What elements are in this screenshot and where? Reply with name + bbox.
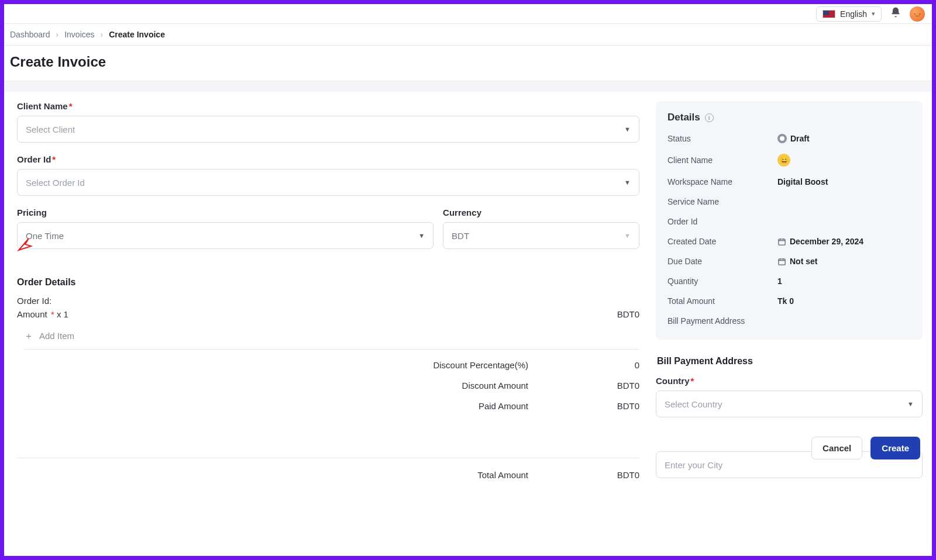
service-name-label: Service Name bbox=[667, 197, 777, 206]
workspace-name-label: Workspace Name bbox=[667, 177, 777, 186]
language-label: English bbox=[840, 9, 867, 19]
status-dot-icon bbox=[777, 134, 787, 143]
quantity-label: Quantity bbox=[667, 276, 777, 286]
details-bill-addr-label: Bill Payment Address bbox=[667, 316, 777, 326]
discount-amount-label: Discount Amount bbox=[411, 381, 528, 390]
amount-line-total: BDT0 bbox=[617, 309, 639, 319]
svg-rect-0 bbox=[779, 239, 785, 245]
add-item-button[interactable]: ＋ Add Item bbox=[24, 327, 639, 350]
details-heading: Details bbox=[667, 112, 700, 123]
bell-icon[interactable] bbox=[890, 6, 901, 21]
info-icon[interactable] bbox=[705, 113, 714, 122]
breadcrumb-current: Create Invoice bbox=[109, 30, 165, 39]
flag-us-icon bbox=[823, 10, 835, 18]
due-date-value: Not set bbox=[790, 257, 817, 266]
status-value: Draft bbox=[790, 134, 810, 143]
amount-line: Amount * x 1 bbox=[17, 309, 68, 319]
quantity-value: 1 bbox=[777, 276, 782, 286]
top-bar: English ▾ bbox=[4, 4, 932, 24]
order-details-heading: Order Details bbox=[17, 277, 639, 288]
status-label: Status bbox=[667, 134, 777, 143]
chevron-down-icon: ▼ bbox=[418, 232, 425, 239]
svg-rect-1 bbox=[779, 259, 785, 265]
details-order-id-label: Order Id bbox=[667, 217, 777, 226]
country-select[interactable]: Select Country ▼ bbox=[656, 390, 923, 417]
currency-value: BDT bbox=[452, 231, 469, 241]
order-id-select[interactable]: Select Order Id ▼ bbox=[17, 169, 639, 196]
chevron-down-icon: ▼ bbox=[624, 126, 631, 133]
discount-pct-label: Discount Percentage(%) bbox=[411, 360, 528, 370]
calendar-icon bbox=[777, 257, 786, 266]
client-name-placeholder: Select Client bbox=[26, 125, 75, 134]
order-id-label: Order Id* bbox=[17, 154, 639, 164]
country-placeholder: Select Country bbox=[665, 399, 722, 409]
details-card: Details Status Draft Client Name 😄 bbox=[656, 101, 923, 340]
bill-payment-address-heading: Bill Payment Address bbox=[657, 356, 923, 367]
client-name-label: Client Name* bbox=[17, 101, 639, 111]
create-button[interactable]: Create bbox=[870, 437, 920, 459]
breadcrumb: Dashboard › Invoices › Create Invoice bbox=[4, 24, 932, 46]
chevron-down-icon: ▼ bbox=[624, 232, 631, 239]
pricing-select[interactable]: One Time ▼ bbox=[17, 222, 433, 249]
discount-amount-value: BDT0 bbox=[593, 381, 639, 390]
paid-amount-value: BDT0 bbox=[593, 401, 639, 411]
client-name-select[interactable]: Select Client ▼ bbox=[17, 116, 639, 143]
title-gap bbox=[4, 81, 932, 92]
country-label: Country* bbox=[656, 376, 923, 386]
due-date-label: Due Date bbox=[667, 257, 777, 266]
pricing-value: One Time bbox=[26, 231, 64, 241]
language-select[interactable]: English ▾ bbox=[816, 6, 882, 22]
total-amount-value: BDT0 bbox=[593, 470, 639, 480]
workspace-name-value: Digital Boost bbox=[777, 177, 828, 186]
order-id-placeholder: Select Order Id bbox=[26, 178, 85, 188]
pricing-label: Pricing bbox=[17, 208, 433, 217]
avatar[interactable] bbox=[910, 6, 925, 22]
total-amount-label: Total Amount bbox=[411, 470, 528, 480]
currency-select[interactable]: BDT ▼ bbox=[443, 222, 639, 249]
created-date-label: Created Date bbox=[667, 237, 777, 246]
chevron-down-icon: ▾ bbox=[872, 10, 875, 18]
details-total-amount-label: Total Amount bbox=[667, 296, 777, 306]
chevron-down-icon: ▼ bbox=[907, 400, 914, 407]
created-date-value: December 29, 2024 bbox=[790, 237, 863, 246]
details-total-amount-value: Tk 0 bbox=[777, 296, 794, 306]
order-id-line: Order Id: bbox=[17, 296, 639, 306]
cancel-button[interactable]: Cancel bbox=[811, 437, 862, 459]
client-avatar-icon: 😄 bbox=[777, 154, 790, 167]
action-bar: Cancel Create bbox=[811, 437, 920, 459]
details-client-name-label: Client Name bbox=[667, 155, 777, 165]
plus-icon: ＋ bbox=[24, 331, 33, 341]
calendar-icon bbox=[777, 237, 786, 246]
chevron-down-icon: ▼ bbox=[624, 179, 631, 186]
paid-amount-label: Paid Amount bbox=[411, 401, 528, 411]
breadcrumb-link-dashboard[interactable]: Dashboard bbox=[10, 30, 50, 39]
currency-label: Currency bbox=[443, 208, 639, 217]
page-title: Create Invoice bbox=[4, 46, 932, 81]
discount-pct-value: 0 bbox=[593, 360, 639, 370]
city-placeholder: Enter your City bbox=[665, 460, 722, 470]
chevron-right-icon: › bbox=[56, 30, 59, 39]
add-item-label: Add Item bbox=[39, 331, 74, 341]
chevron-right-icon: › bbox=[101, 30, 104, 39]
breadcrumb-link-invoices[interactable]: Invoices bbox=[64, 30, 94, 39]
